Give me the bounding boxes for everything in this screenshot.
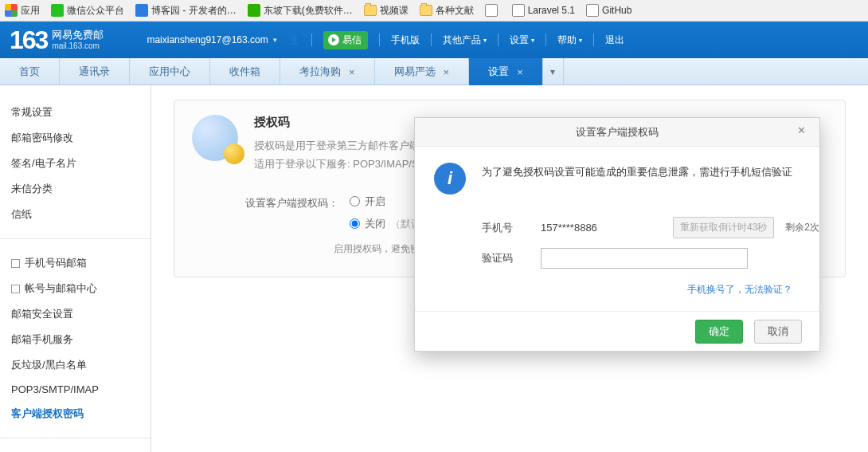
modal-message: 为了避免授权码设置可能造成的重要信息泄露，需进行手机短信验证: [482, 163, 792, 195]
tab-kaola[interactable]: 考拉海购×: [280, 58, 375, 85]
auth-code-modal: 设置客户端授权码 ✕ i 为了避免授权码设置可能造成的重要信息泄露，需进行手机短…: [414, 117, 820, 352]
sidebar-item[interactable]: 邮箱安全设置: [0, 301, 151, 327]
download-icon: [248, 4, 260, 17]
sidebar-item[interactable]: 常规设置: [0, 100, 151, 125]
bookmark-label: GitHub: [602, 5, 631, 16]
account-dropdown[interactable]: maixiansheng917@163.com ▾: [147, 34, 276, 45]
logo[interactable]: 163 网易免费邮 mail.163.com: [10, 26, 104, 55]
bookmark-item[interactable]: 博客园 - 开发者的…: [135, 4, 237, 18]
bookmark-item[interactable]: 视频课: [364, 4, 409, 18]
tab-contacts[interactable]: 通讯录: [60, 58, 130, 85]
chevron-down-icon: ▾: [579, 37, 582, 44]
account-icon: [11, 285, 20, 293]
bookmark-label: 东坡下载(免费软件…: [264, 4, 353, 18]
sidebar-item-label: POP3/SMTP/IMAP: [11, 383, 99, 395]
yixin-button[interactable]: 易信: [323, 31, 368, 49]
phone-icon: [11, 259, 20, 268]
divider: [545, 33, 546, 46]
cnblogs-icon: [135, 4, 148, 17]
bookmark-item[interactable]: GitHub: [586, 4, 631, 17]
modal-title: 设置客户端授权码: [576, 125, 659, 140]
sidebar-item-label: 反垃圾/黑白名单: [11, 358, 87, 372]
sidebar-item[interactable]: 邮箱密码修改: [0, 125, 151, 151]
logo-cn: 网易免费邮: [52, 29, 104, 41]
sidebar-item-label: 邮箱手机服务: [11, 332, 73, 347]
radio-label: 开启: [365, 195, 385, 209]
identity-icon[interactable]: 👤: [288, 34, 300, 45]
document-icon: [485, 4, 498, 17]
tab-app-center[interactable]: 应用中心: [130, 58, 210, 85]
bookmark-item[interactable]: 东坡下载(免费软件…: [248, 4, 353, 18]
header-link-exit[interactable]: 退出: [605, 33, 624, 47]
close-icon[interactable]: ×: [349, 66, 355, 78]
tab-yanxuan[interactable]: 网易严选×: [375, 58, 470, 85]
code-label: 验证码: [482, 251, 530, 265]
sidebar-item[interactable]: 来信分类: [0, 176, 151, 202]
radio-input[interactable]: [350, 218, 360, 229]
sidebar-item[interactable]: POP3/SMTP/IMAP: [0, 378, 151, 401]
sidebar-item-label: 手机号码邮箱: [25, 256, 87, 270]
bookmark-item[interactable]: [485, 4, 501, 17]
sidebar-item[interactable]: 手机号码邮箱: [0, 250, 151, 276]
tab-settings[interactable]: 设置×: [469, 58, 543, 85]
phone-changed-link[interactable]: 手机换号了，无法验证？: [415, 283, 819, 297]
sidebar-item-label: 信纸: [11, 207, 32, 222]
link-label: 易信: [342, 33, 362, 47]
bookmark-item[interactable]: 微信公众平台: [51, 4, 124, 18]
bookmark-label: 微信公众平台: [67, 4, 124, 18]
sidebar-item[interactable]: 签名/电子名片: [0, 151, 151, 176]
link-label: 退出: [605, 33, 624, 47]
resend-code-button: 重新获取倒计时43秒: [673, 217, 774, 238]
sidebar-item-label: 客户端授权密码: [11, 407, 84, 421]
phone-label: 手机号: [482, 221, 530, 235]
sidebar-item[interactable]: 邮箱手机服务: [0, 327, 151, 352]
header-link-mobile[interactable]: 手机版: [391, 33, 420, 47]
divider: [593, 33, 594, 46]
play-icon: [328, 34, 339, 45]
cancel-button[interactable]: 取消: [754, 320, 802, 344]
sidebar-item[interactable]: 信纸: [0, 202, 151, 227]
document-icon: [586, 4, 599, 17]
chevron-down-icon: ▾: [483, 37, 487, 44]
divider: [311, 33, 312, 46]
link-label: 帮助: [557, 33, 577, 47]
radio-label: 关闭: [365, 217, 385, 231]
header-link-help[interactable]: 帮助▾: [557, 33, 582, 47]
remain-count: 剩余2次: [785, 221, 819, 234]
sidebar-separator: [0, 238, 151, 239]
bookmark-item[interactable]: 各种文献: [420, 4, 474, 18]
info-icon: i: [434, 163, 466, 195]
divider: [431, 33, 432, 46]
bookmark-label: Laravel 5.1: [528, 5, 575, 16]
close-icon[interactable]: ✕: [797, 124, 811, 139]
tab-label: 通讯录: [79, 65, 110, 79]
divider: [498, 33, 499, 46]
chevron-down-icon: ▾: [550, 66, 555, 77]
bookmark-apps[interactable]: 应用: [5, 4, 40, 18]
phone-value: 157****8886: [541, 222, 662, 234]
sidebar-item-auth-code[interactable]: 客户端授权密码: [0, 401, 151, 426]
tab-label: 考拉海购: [299, 65, 341, 79]
apps-icon: [5, 4, 18, 17]
tab-home[interactable]: 首页: [0, 58, 60, 85]
sidebar-item[interactable]: 反垃圾/黑白名单: [0, 352, 151, 378]
header-link-settings[interactable]: 设置▾: [510, 33, 534, 47]
sidebar-item-label: 邮箱密码修改: [11, 131, 73, 145]
close-icon[interactable]: ×: [444, 66, 450, 78]
code-input[interactable]: [541, 248, 748, 269]
close-icon[interactable]: ×: [517, 66, 523, 78]
tab-strip: 首页 通讯录 应用中心 收件箱 考拉海购× 网易严选× 设置× ▾: [0, 58, 868, 85]
sidebar-separator: [0, 438, 151, 438]
radio-input[interactable]: [350, 196, 360, 206]
bookmark-label: 视频课: [380, 4, 409, 18]
bookmark-item[interactable]: Laravel 5.1: [512, 4, 575, 17]
tab-label: 应用中心: [149, 65, 190, 79]
tab-inbox[interactable]: 收件箱: [210, 58, 280, 85]
tab-overflow[interactable]: ▾: [543, 58, 564, 85]
sidebar-item-label: 邮箱安全设置: [11, 307, 73, 321]
header-link-other[interactable]: 其他产品▾: [443, 33, 487, 47]
ok-button[interactable]: 确定: [695, 320, 743, 344]
sidebar-group: 手机号码邮箱 帐号与邮箱中心 邮箱安全设置 邮箱手机服务 反垃圾/黑白名单 PO…: [0, 246, 151, 431]
modal-title-bar: 设置客户端授权码 ✕: [415, 118, 819, 147]
sidebar-item[interactable]: 帐号与邮箱中心: [0, 276, 151, 301]
